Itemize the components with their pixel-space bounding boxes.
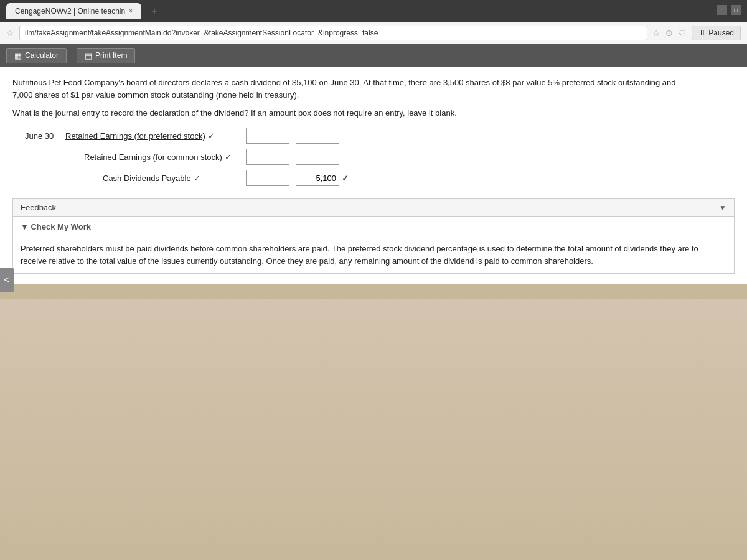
debit-common-container: [246, 149, 289, 165]
credit-dividends-check: ✓: [342, 174, 349, 183]
print-button[interactable]: ▤ Print Item: [77, 48, 135, 63]
feedback-header[interactable]: Feedback ▼: [13, 199, 734, 217]
journal-date: June 30: [25, 131, 59, 141]
minimize-button[interactable]: —: [717, 5, 727, 15]
paused-icon: ⏸: [698, 29, 706, 37]
debit-common-input[interactable]: [246, 149, 289, 165]
star-icon: ☆: [6, 28, 14, 38]
question-text: What is the journal entry to record the …: [12, 108, 735, 118]
debit-dividends-input[interactable]: [246, 170, 289, 186]
browser-top-bar: CengageNOWv2 | Online teachin × + — □: [0, 0, 747, 22]
feedback-section: Feedback ▼ ▼ Check My Work Preferred sha…: [12, 198, 735, 274]
journal-row-preferred: June 30 Retained Earnings (for preferred…: [25, 128, 735, 144]
tab-title: CengageNOWv2 | Online teachin: [15, 7, 125, 16]
journal-entry-table: June 30 Retained Earnings (for preferred…: [25, 128, 735, 186]
feedback-body: Preferred shareholders must be paid divi…: [13, 236, 734, 273]
calculator-button[interactable]: ▦ Calculator: [6, 48, 67, 63]
debit-preferred-input[interactable]: [246, 128, 289, 144]
new-tab-button[interactable]: +: [146, 3, 162, 19]
side-nav-button[interactable]: <: [0, 268, 14, 292]
main-content: Nutritious Pet Food Company's board of d…: [0, 67, 747, 284]
paused-button[interactable]: ⏸ Paused: [692, 26, 741, 40]
address-bar: ☆ ☆ ⊙ 🛡 ⏸ Paused: [0, 22, 747, 44]
account-preferred: Retained Earnings (for preferred stock) …: [65, 131, 240, 141]
credit-preferred-container: [296, 128, 339, 144]
check-dividends: ✓: [194, 174, 200, 183]
debit-preferred-container: [246, 128, 289, 144]
address-input[interactable]: [19, 26, 647, 40]
tab-close-button[interactable]: ×: [129, 7, 133, 14]
journal-row-common: Retained Earnings (for common stock) ✓: [25, 149, 735, 165]
feedback-label: Feedback: [21, 203, 56, 212]
calculator-label: Calculator: [25, 51, 59, 60]
check-preferred: ✓: [208, 131, 215, 141]
debit-dividends-container: [246, 170, 289, 186]
problem-text-1: Nutritious Pet Food Company's board of d…: [12, 77, 735, 101]
feedback-arrow-icon: ▼: [719, 203, 726, 212]
account-common: Retained Earnings (for common stock) ✓: [65, 152, 240, 162]
check-my-work-button[interactable]: ▼ Check My Work: [13, 217, 734, 236]
maximize-button[interactable]: □: [731, 5, 741, 15]
credit-dividends-container: ✓: [296, 170, 349, 186]
account-dividends: Cash Dividends Payable ✓: [65, 174, 240, 183]
print-label: Print Item: [95, 51, 127, 60]
calculator-icon: ▦: [14, 51, 22, 60]
credit-common-input[interactable]: [296, 149, 339, 165]
paused-label: Paused: [708, 29, 734, 37]
toolbar: ▦ Calculator ▤ Print Item: [0, 44, 747, 67]
check-my-work-label: ▼ Check My Work: [21, 222, 726, 231]
credit-preferred-input[interactable]: [296, 128, 339, 144]
shield-icon: 🛡: [678, 28, 687, 38]
credit-common-container: [296, 149, 339, 165]
browser-tab[interactable]: CengageNOWv2 | Online teachin ×: [6, 3, 141, 19]
check-work-section: ▼ Check My Work Preferred shareholders m…: [13, 217, 734, 273]
journal-row-dividends: Cash Dividends Payable ✓ ✓: [25, 170, 735, 186]
credit-dividends-input[interactable]: [296, 170, 339, 186]
print-icon: ▤: [85, 51, 92, 60]
bottom-background: [0, 299, 747, 560]
extension-icon: ⊙: [665, 28, 673, 38]
bookmark-icon: ☆: [652, 28, 660, 38]
check-common: ✓: [225, 152, 232, 162]
